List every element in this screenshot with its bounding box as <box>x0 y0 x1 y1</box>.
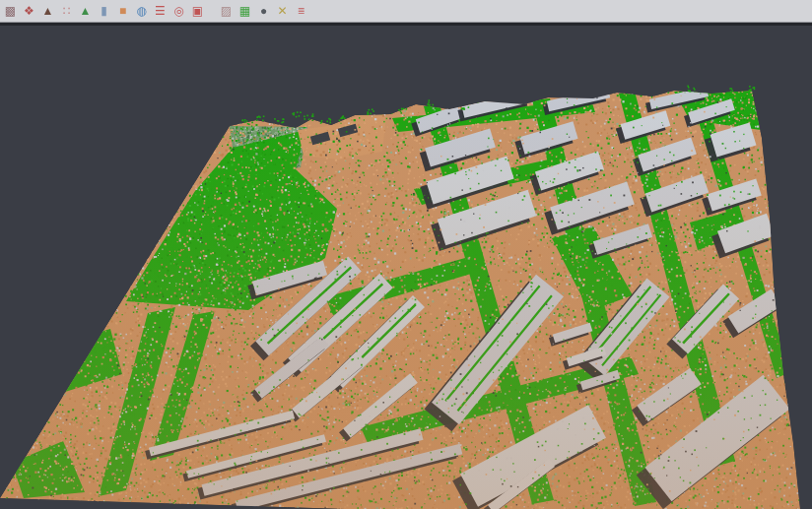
picker-icon[interactable]: ▨ <box>218 3 235 20</box>
box-icon[interactable]: ■ <box>114 3 131 20</box>
main-toolbar: ▩❖▲∷▲▮■◍☰◎▣▨▦●✕≡ <box>0 0 812 23</box>
selection-icon[interactable]: ▣ <box>189 3 206 20</box>
globe-icon[interactable]: ◍ <box>133 3 150 20</box>
point-cloud-viewport[interactable] <box>0 0 812 509</box>
list-icon[interactable]: ☰ <box>152 3 169 20</box>
classification-icon[interactable]: ▦ <box>237 3 253 20</box>
mesh-icon[interactable]: ▲ <box>77 3 94 20</box>
save-icon[interactable]: ❖ <box>21 3 37 20</box>
open-project-icon[interactable]: ▩ <box>2 3 19 20</box>
points-icon[interactable]: ∷ <box>58 3 75 20</box>
clear-icon[interactable]: ✕ <box>274 3 291 20</box>
ruler-icon[interactable]: ▮ <box>96 3 112 20</box>
terrain-icon[interactable]: ▲ <box>39 3 56 20</box>
sphere-icon[interactable]: ● <box>255 3 272 20</box>
target-icon[interactable]: ◎ <box>170 3 187 20</box>
app-window: ▩❖▲∷▲▮■◍☰◎▣▨▦●✕≡ <box>0 0 812 509</box>
layers-icon[interactable]: ≡ <box>293 3 309 20</box>
